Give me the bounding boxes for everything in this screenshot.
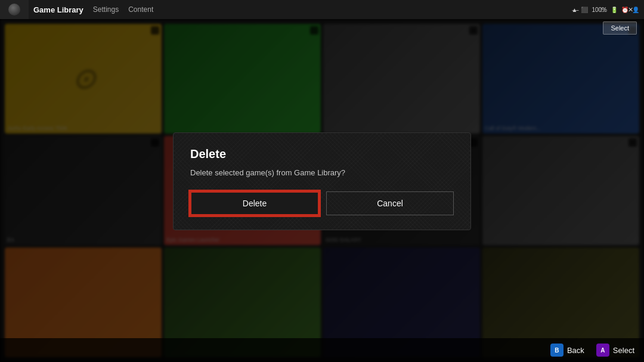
toolbar: Select <box>600 19 639 37</box>
select-badge: A <box>596 344 609 357</box>
maximize-button[interactable]: □ <box>589 0 617 19</box>
app-title: Game Library <box>33 5 83 14</box>
back-action[interactable]: B Back <box>550 344 584 357</box>
back-badge: B <box>550 344 564 357</box>
dialog-title: Delete <box>190 147 454 161</box>
nav-settings[interactable]: Settings <box>93 5 119 14</box>
select-action[interactable]: A Select <box>596 344 634 357</box>
close-button[interactable]: ✕ <box>617 0 644 19</box>
dialog-message: Delete selected game(s) from Game Librar… <box>190 168 454 177</box>
titlebar-nav: Settings Content <box>93 5 153 14</box>
select-toolbar-button[interactable]: Select <box>603 21 637 35</box>
select-label: Select <box>613 346 634 355</box>
minimize-button[interactable]: — <box>562 0 589 19</box>
app-logo <box>0 0 29 19</box>
cancel-button[interactable]: Cancel <box>326 191 454 215</box>
nav-content[interactable]: Content <box>128 5 153 14</box>
dialog-buttons: Delete Cancel <box>190 191 454 215</box>
bottom-bar: B Back A Select <box>0 338 644 362</box>
delete-confirm-button[interactable]: Delete <box>190 191 319 215</box>
xbox-icon <box>8 4 20 16</box>
window-controls: — □ ✕ <box>562 0 644 19</box>
titlebar: Game Library Settings Content ▲ ⬛ 100% 🔋… <box>0 0 644 19</box>
delete-dialog: Delete Delete selected game(s) from Game… <box>173 132 471 230</box>
back-label: Back <box>567 346 584 355</box>
